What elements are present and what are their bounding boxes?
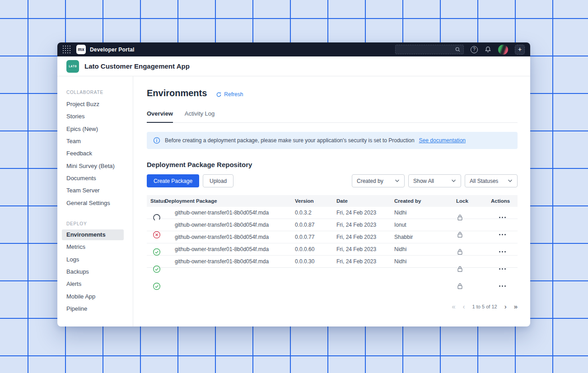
content-area: COLLABORATE Project Buzz Stories Epics (… [57, 76, 530, 326]
pagination: « ‹ 1 to 5 of 12 › » [147, 303, 518, 310]
table-header: Status Deployment Package Version Date C… [147, 195, 518, 207]
sidebar-item-logs[interactable]: Logs [57, 253, 133, 266]
row-actions-menu-icon[interactable] [498, 285, 506, 287]
previous-page-icon[interactable]: ‹ [463, 303, 465, 310]
row-actions-menu-icon[interactable] [498, 251, 506, 252]
sidebar-item-general-settings[interactable]: General Settings [57, 196, 133, 209]
column-header-version: Version [295, 198, 336, 204]
sidebar-item-backups[interactable]: Backups [57, 266, 133, 278]
tab-overview[interactable]: Overview [147, 110, 173, 123]
info-icon [153, 137, 160, 144]
search-box[interactable] [395, 45, 464, 54]
plus-icon: + [515, 45, 525, 55]
tab-bar: Overview Activity Log [147, 110, 518, 123]
lock-icon[interactable] [457, 266, 463, 273]
help-button[interactable]: ? [471, 46, 478, 53]
banner-text: Before creating a deployment package, pl… [165, 137, 415, 144]
search-input[interactable] [398, 47, 455, 53]
sidebar: COLLABORATE Project Buzz Stories Epics (… [57, 76, 133, 326]
app-header: LATO Lato Customer Engagement App [57, 56, 530, 76]
package-date: Fri, 24 Feb 2023 [336, 222, 394, 228]
package-created-by: Nidhi [394, 246, 456, 252]
main-panel: Environments Refresh Overview Activity L… [133, 76, 530, 326]
status-failed-icon [153, 231, 161, 239]
upload-button[interactable]: Upload [203, 174, 233, 187]
sidebar-item-mini-survey-beta[interactable]: Mini Survey (Beta) [57, 159, 133, 172]
filter-show-all[interactable]: Show All [408, 174, 461, 187]
tab-activity-log[interactable]: Activity Log [185, 110, 215, 122]
sidebar-item-environments[interactable]: Environments [62, 229, 124, 240]
notifications-button[interactable] [485, 46, 491, 53]
sidebar-item-alerts[interactable]: Alerts [57, 278, 133, 290]
desktop-background: { "topbar": { "logo_text": "mx", "produc… [0, 0, 588, 373]
sidebar-item-epics-new[interactable]: Epics (New) [57, 123, 133, 135]
row-actions-menu-icon[interactable] [498, 217, 506, 218]
app-launcher-icon[interactable] [63, 46, 71, 54]
package-date: Fri, 24 Feb 2023 [336, 234, 394, 240]
package-version: 0.0.3.2 [295, 210, 336, 216]
package-date: Fri, 24 Feb 2023 [336, 210, 394, 216]
see-documentation-link[interactable]: See documentation [419, 137, 466, 144]
package-date: Fri, 24 Feb 2023 [336, 258, 394, 265]
package-name: github-owner-transfer01-8b0d054f.mda [175, 222, 295, 228]
lock-icon[interactable] [457, 248, 463, 256]
bell-icon [485, 46, 491, 53]
package-version: 0.0.0.77 [295, 234, 336, 240]
package-version: 0.0.0.30 [295, 258, 336, 265]
page-title: Environments [147, 88, 207, 98]
create-new-app-button[interactable]: + [515, 45, 525, 55]
package-created-by: Nidhi [394, 258, 456, 265]
package-name: github-owner-transfer01-8b0d054f.mda [175, 258, 295, 265]
column-header-actions: Actions [491, 198, 518, 204]
status-succeeded-icon [153, 248, 161, 256]
package-created-by: Ionut [394, 222, 456, 228]
refresh-label: Refresh [224, 91, 243, 98]
first-page-icon[interactable]: « [452, 303, 455, 310]
refresh-button[interactable]: Refresh [216, 91, 243, 98]
sidebar-item-feedback[interactable]: Feedback [57, 147, 133, 159]
next-page-icon[interactable]: › [504, 303, 507, 310]
last-page-icon[interactable]: » [514, 303, 518, 310]
deployment-package-table: Status Deployment Package Version Date C… [147, 195, 518, 296]
filter-all-statuses-value: All Statuses [470, 178, 498, 184]
sidebar-item-metrics[interactable]: Metrics [57, 241, 133, 253]
user-avatar[interactable] [498, 45, 508, 55]
create-package-button[interactable]: Create Package [147, 174, 199, 187]
lock-icon[interactable] [457, 283, 463, 290]
sidebar-item-mobile-app[interactable]: Mobile App [57, 290, 133, 302]
lock-icon[interactable] [457, 214, 463, 222]
mendix-logo[interactable]: mx [76, 45, 86, 54]
package-version: 0.0.0.87 [295, 222, 336, 228]
section-title: Deployment Package Repository [147, 161, 518, 168]
sidebar-item-team[interactable]: Team [57, 135, 133, 147]
column-header-package: Deployment Package [165, 198, 295, 204]
status-succeeded-icon [153, 265, 161, 273]
column-header-date: Date [336, 198, 394, 204]
package-name: github-owner-transfer01-8b0d054f.mda [175, 210, 295, 216]
chevron-down-icon [395, 179, 400, 182]
sidebar-item-pipeline[interactable]: Pipeline [57, 303, 133, 315]
deploy-nav: Environments Metrics Logs Backups Alerts… [57, 229, 133, 315]
info-banner: Before creating a deployment package, pl… [147, 132, 518, 149]
filter-created-by[interactable]: Created by [352, 174, 405, 187]
toolbar: Create Package Upload Created by Show Al… [147, 174, 518, 187]
filter-all-statuses[interactable]: All Statuses [465, 174, 518, 187]
column-header-status: Status [150, 198, 165, 204]
sidebar-section-deploy: DEPLOY [57, 221, 133, 226]
package-name: github-owner-transfer01-8b0d054f.mda [175, 234, 295, 240]
sidebar-section-collaborate: COLLABORATE [57, 90, 133, 95]
collaborate-nav: Project Buzz Stories Epics (New) Team Fe… [57, 98, 133, 209]
row-actions-menu-icon[interactable] [498, 268, 506, 270]
row-actions-menu-icon[interactable] [498, 234, 506, 235]
pagination-range-label: 1 to 5 of 12 [472, 304, 497, 309]
package-date: Fri, 24 Feb 2023 [336, 246, 394, 252]
sidebar-item-documents[interactable]: Documents [57, 172, 133, 184]
sidebar-item-project-buzz[interactable]: Project Buzz [57, 98, 133, 110]
app-logo: LATO [66, 60, 79, 73]
avatar [498, 45, 508, 55]
lock-icon[interactable] [457, 231, 463, 239]
sidebar-item-stories[interactable]: Stories [57, 110, 133, 122]
filter-group: Created by Show All All Statuses [352, 174, 518, 187]
package-version: 0.0.0.60 [295, 246, 336, 252]
sidebar-item-team-server[interactable]: Team Server [57, 184, 133, 196]
